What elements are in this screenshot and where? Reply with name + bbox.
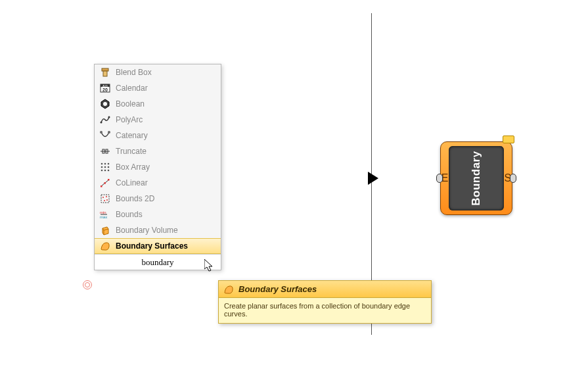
svg-rect-1	[103, 71, 107, 76]
boundary-volume-icon	[99, 224, 112, 237]
truncate-icon	[99, 145, 112, 158]
menu-item-box-array[interactable]: Box Array	[95, 159, 221, 175]
menu-item-label: Bounds	[116, 210, 143, 219]
svg-point-32	[106, 199, 108, 201]
search-input[interactable]: boundary	[95, 254, 221, 270]
svg-point-22	[104, 170, 106, 172]
component-title: Boundary	[470, 151, 483, 205]
menu-item-bounds[interactable]: minmax Bounds	[95, 207, 221, 222]
svg-point-7	[103, 102, 107, 106]
svg-rect-26	[104, 182, 106, 184]
svg-point-15	[101, 163, 103, 165]
menu-item-label: Bounds 2D	[116, 194, 154, 203]
menu-item-label: Boundary Surfaces	[116, 241, 188, 251]
menu-item-blend-box[interactable]: Blend Box	[95, 64, 221, 80]
svg-marker-36	[102, 227, 108, 235]
svg-rect-0	[102, 68, 108, 71]
catenary-icon	[99, 129, 112, 142]
svg-point-16	[104, 163, 106, 165]
menu-item-label: CoLinear	[116, 178, 148, 187]
blend-box-icon	[99, 66, 112, 79]
svg-point-20	[108, 166, 110, 168]
svg-point-9	[108, 116, 110, 118]
tooltip-body: Create planar surfaces from a collection…	[219, 298, 431, 323]
svg-text:min: min	[100, 210, 106, 214]
colinear-icon	[99, 176, 112, 189]
boolean-icon	[99, 97, 112, 111]
arrow-icon	[368, 172, 378, 185]
menu-item-polyarc[interactable]: PolyArc	[95, 112, 221, 128]
output-grip-icon[interactable]	[510, 174, 516, 183]
menu-item-calendar[interactable]: 20AUG Calendar	[95, 80, 221, 96]
tooltip-title: Boundary Surfaces	[238, 284, 317, 294]
box-array-icon	[99, 161, 112, 174]
menu-item-label: Box Array	[116, 162, 150, 172]
menu-item-catenary[interactable]: Catenary	[95, 128, 221, 143]
svg-point-21	[101, 170, 103, 172]
boundary-surfaces-icon	[99, 239, 112, 253]
boundary-component[interactable]: E Boundary S	[440, 141, 512, 215]
svg-text:20: 20	[102, 87, 108, 92]
menu-item-truncate[interactable]: Truncate	[95, 143, 221, 159]
svg-point-30	[106, 196, 107, 197]
origin-marker-icon	[83, 280, 92, 289]
svg-point-18	[101, 166, 103, 168]
component-body[interactable]: Boundary	[449, 146, 503, 210]
menu-item-boolean[interactable]: Boolean	[95, 96, 221, 112]
menu-item-boundary-surfaces[interactable]: Boundary Surfaces	[95, 238, 221, 254]
bounds-icon: minmax	[99, 208, 112, 221]
menu-item-colinear[interactable]: CoLinear	[95, 175, 221, 191]
polyarc-icon	[99, 113, 112, 126]
menu-item-boundary-volume[interactable]: Boundary Volume	[95, 222, 221, 238]
svg-text:AUG: AUG	[102, 85, 108, 87]
svg-point-10	[100, 131, 102, 134]
calendar-icon: 20AUG	[99, 82, 112, 95]
svg-rect-28	[101, 195, 109, 203]
tooltip-header: Boundary Surfaces	[219, 281, 431, 298]
menu-item-label: Catenary	[116, 131, 148, 140]
bounds-2d-icon	[99, 192, 112, 205]
menu-item-label: Boundary Volume	[116, 226, 178, 235]
component-search-menu[interactable]: Blend Box 20AUG Calendar Boolean PolyArc…	[94, 64, 221, 270]
menu-item-label: Calendar	[116, 84, 148, 93]
tooltip: Boundary Surfaces Create planar surfaces…	[218, 280, 432, 324]
menu-item-label: Truncate	[116, 147, 147, 156]
menu-item-label: Blend Box	[116, 68, 152, 77]
component-flag-icon	[503, 136, 514, 143]
menu-item-bounds-2d[interactable]: Bounds 2D	[95, 191, 221, 207]
svg-point-23	[108, 170, 110, 172]
svg-text:max: max	[100, 215, 107, 219]
svg-point-19	[104, 166, 106, 168]
svg-rect-25	[101, 186, 102, 187]
menu-item-label: Boolean	[116, 99, 145, 109]
svg-point-8	[101, 122, 102, 124]
input-grip-icon[interactable]	[436, 174, 443, 183]
menu-item-label: PolyArc	[116, 115, 143, 124]
svg-point-11	[108, 131, 110, 134]
svg-rect-27	[108, 179, 110, 181]
svg-point-17	[108, 163, 110, 165]
boundary-surfaces-icon	[223, 284, 235, 295]
svg-point-31	[104, 200, 105, 201]
svg-point-29	[102, 197, 104, 198]
